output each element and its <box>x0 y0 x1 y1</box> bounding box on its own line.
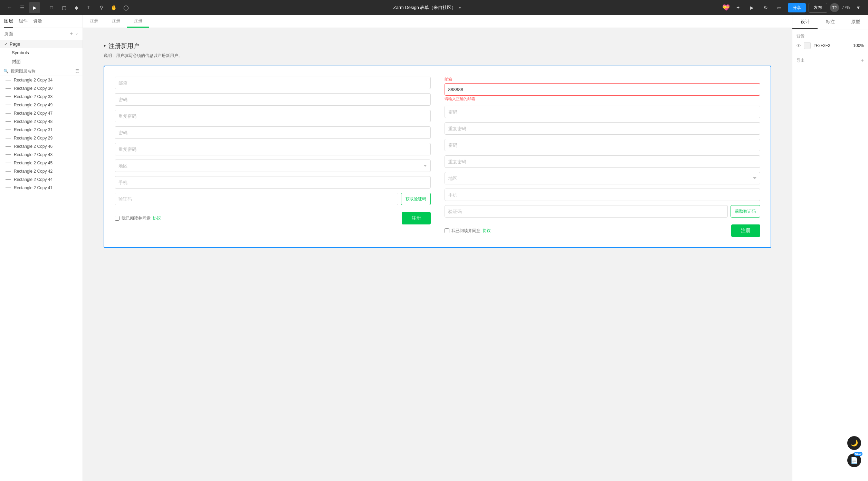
list-item[interactable]: Rectangle 2 Copy 45 <box>0 159 83 167</box>
password2-input-right[interactable] <box>445 139 761 151</box>
region-select-right[interactable]: 地区 <box>445 172 761 184</box>
page-item-symbols[interactable]: Symbols <box>0 48 83 57</box>
add-page-icon[interactable]: + <box>70 31 73 37</box>
back-icon[interactable]: ← <box>4 2 15 13</box>
list-item[interactable]: Rectangle 2 Copy 48 <box>0 117 83 126</box>
get-code-button-right[interactable]: 获取验证码 <box>731 205 760 218</box>
canvas-tab-3[interactable]: 注册 <box>127 15 149 28</box>
emoji-reaction[interactable]: 💝 <box>722 4 730 11</box>
share-button[interactable]: 分享 <box>788 3 806 12</box>
list-item[interactable]: Rectangle 2 Copy 31 <box>0 126 83 134</box>
pen-tool[interactable]: ◆ <box>71 2 82 13</box>
agree-check-input-right[interactable] <box>445 228 449 233</box>
get-code-button-left[interactable]: 获取验证码 <box>401 193 431 205</box>
layer-name: Rectangle 2 Copy 43 <box>14 152 53 157</box>
code-input-left[interactable] <box>115 193 398 205</box>
play-icon[interactable]: ▶ <box>746 2 757 13</box>
title-dropdown-icon[interactable]: ▾ <box>459 6 461 10</box>
pages-chevron-icon[interactable]: ⌄ <box>75 31 78 37</box>
menu-icon[interactable]: ☰ <box>17 2 28 13</box>
password2-input-left[interactable] <box>115 126 431 139</box>
rect-tool[interactable]: ▢ <box>58 2 69 13</box>
list-item[interactable]: Rectangle 2 Copy 47 <box>0 109 83 117</box>
search-input[interactable] <box>11 69 73 74</box>
form-footer-left: 我已阅读并同意 协议 注册 <box>115 212 431 224</box>
agree-checkbox-right[interactable]: 我已阅读并同意 协议 <box>445 228 491 234</box>
zoom-level[interactable]: 77% <box>842 5 850 10</box>
list-item[interactable]: Rectangle 2 Copy 46 <box>0 142 83 151</box>
list-item[interactable]: Rectangle 2 Copy 42 <box>0 167 83 175</box>
user-avatar[interactable]: T? <box>830 3 839 12</box>
layer-name: Rectangle 2 Copy 33 <box>14 94 53 99</box>
section-title: • 注册新用户 <box>104 42 771 50</box>
new-badge: NEW <box>854 452 862 456</box>
tab-layers[interactable]: 图层 <box>4 18 13 28</box>
form-row-code-right: 获取验证码 <box>445 205 761 218</box>
tab-annotate[interactable]: 标注 <box>818 15 843 29</box>
layout-icon[interactable]: ▭ <box>774 2 785 13</box>
layer-line-icon <box>6 129 11 130</box>
frame-tool[interactable]: □ <box>46 2 57 13</box>
bg-color-value: #F2F2F2 <box>813 43 850 48</box>
moon-fab[interactable]: 🌙 <box>847 436 861 450</box>
layer-name: Rectangle 2 Copy 34 <box>14 78 53 83</box>
comment-tool[interactable]: ◯ <box>121 2 132 13</box>
history-icon[interactable]: ↻ <box>760 2 771 13</box>
canvas-tab-2[interactable]: 注册 <box>105 15 127 28</box>
publish-button[interactable]: 发布 <box>809 3 827 13</box>
tab-components[interactable]: 组件 <box>19 18 28 28</box>
layer-name: Rectangle 2 Copy 41 <box>14 185 53 190</box>
tab-prototype[interactable]: 原型 <box>843 15 868 29</box>
agree-link-right[interactable]: 协议 <box>483 228 491 234</box>
text-tool[interactable]: T <box>83 2 94 13</box>
list-item[interactable]: Rectangle 2 Copy 33 <box>0 93 83 101</box>
page-item-cover[interactable]: 封面 <box>0 57 83 67</box>
visibility-icon[interactable]: 👁 <box>797 43 801 48</box>
phone-input-right[interactable] <box>445 189 761 201</box>
email-input-right[interactable] <box>445 83 761 96</box>
password-input-right[interactable] <box>445 106 761 118</box>
list-item[interactable]: Rectangle 2 Copy 34 <box>0 76 83 84</box>
region-select-left[interactable]: 地区 <box>115 160 431 172</box>
agree-check-input-left[interactable] <box>115 216 120 221</box>
agree-link-left[interactable]: 协议 <box>153 215 161 221</box>
select-tool[interactable]: ▶ <box>29 2 40 13</box>
tab-design[interactable]: 设计 <box>792 15 818 29</box>
zoom-dropdown-icon[interactable]: ▼ <box>853 2 864 13</box>
register-button-left[interactable]: 注册 <box>402 212 431 224</box>
form-field-repeat2-right <box>445 155 761 168</box>
layer-line-icon <box>6 146 11 147</box>
list-item[interactable]: Rectangle 2 Copy 44 <box>0 175 83 184</box>
bg-color-swatch[interactable] <box>804 42 811 49</box>
register-button-right[interactable]: 注册 <box>731 224 760 237</box>
code-input-right[interactable] <box>445 205 728 218</box>
hand-tool[interactable]: ✋ <box>108 2 119 13</box>
phone-input-left[interactable] <box>115 176 431 189</box>
plugin-icon[interactable]: ✦ <box>733 2 744 13</box>
canvas-area: 注册 注册 注册 • 注册新用户 说明：用户填写必须的信息以注册新用户。 <box>83 15 792 481</box>
repeat2-input-right[interactable] <box>445 155 761 168</box>
repeat2-input-left[interactable] <box>115 143 431 155</box>
top-toolbar: ← ☰ ▶ □ ▢ ◆ T ⚲ ✋ ◯ Zarm Design 表单（来自社区）… <box>0 0 868 15</box>
list-item[interactable]: Rectangle 2 Copy 43 <box>0 151 83 159</box>
repeat-input-left[interactable] <box>115 110 431 122</box>
doc-fab[interactable]: 📄 NEW <box>847 453 861 467</box>
filter-icon[interactable]: ☴ <box>75 69 79 74</box>
list-item[interactable]: Rectangle 2 Copy 30 <box>0 84 83 93</box>
forms-container: 地区 获取验证码 我已阅读并同意 协议 <box>104 66 771 248</box>
email-input-left[interactable] <box>115 77 431 89</box>
password-input-left[interactable] <box>115 93 431 106</box>
add-export-icon[interactable]: + <box>861 57 864 64</box>
tab-assets[interactable]: 资源 <box>33 18 42 28</box>
list-item[interactable]: Rectangle 2 Copy 41 <box>0 184 83 192</box>
page-item-page[interactable]: ✓ Page <box>0 40 83 48</box>
repeat-input-right[interactable] <box>445 122 761 135</box>
agree-checkbox-left[interactable]: 我已阅读并同意 协议 <box>115 215 161 221</box>
list-item[interactable]: Rectangle 2 Copy 49 <box>0 101 83 109</box>
toolbar-center: Zarm Design 表单（来自社区） ▾ <box>133 4 721 11</box>
canvas-tab-1[interactable]: 注册 <box>83 15 105 28</box>
fab-container: 🌙 📄 NEW <box>847 436 861 467</box>
list-item[interactable]: Rectangle 2 Copy 29 <box>0 134 83 142</box>
form-right: 邮箱 请输入正确的邮箱 <box>445 77 761 237</box>
anchor-tool[interactable]: ⚲ <box>96 2 107 13</box>
